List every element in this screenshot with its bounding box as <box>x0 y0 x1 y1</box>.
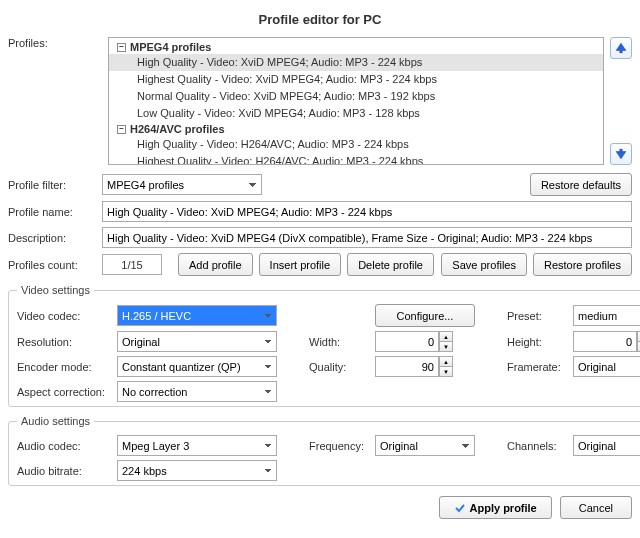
encoder-mode-select[interactable]: Constant quantizer (QP) <box>117 356 277 377</box>
resolution-label: Resolution: <box>17 336 111 348</box>
spin-up-icon[interactable]: ▲ <box>439 331 453 341</box>
width-stepper[interactable]: ▲▼ <box>375 331 475 352</box>
framerate-label: Framerate: <box>507 361 567 373</box>
insert-profile-button[interactable]: Insert profile <box>259 253 342 276</box>
profiles-tree[interactable]: − MPEG4 profiles High Quality - Video: X… <box>108 37 604 165</box>
spin-down-icon[interactable]: ▼ <box>439 366 453 377</box>
tree-item[interactable]: Highest Quality - Video: XviD MPEG4; Aud… <box>109 71 603 88</box>
video-settings-legend: Video settings <box>17 284 94 296</box>
tree-item[interactable]: Highest Quality - Video: H264/AVC; Audio… <box>109 153 603 165</box>
check-icon <box>454 502 466 514</box>
restore-defaults-button[interactable]: Restore defaults <box>530 173 632 196</box>
channels-select[interactable]: Original <box>573 435 640 456</box>
collapse-icon[interactable]: − <box>117 43 126 52</box>
frequency-select[interactable]: Original <box>375 435 475 456</box>
aspect-select[interactable]: No correction <box>117 381 277 402</box>
tree-group-h264[interactable]: − H264/AVC profiles <box>109 122 603 136</box>
aspect-label: Aspect correction: <box>17 386 111 398</box>
tree-item[interactable]: High Quality - Video: XviD MPEG4; Audio:… <box>109 54 603 71</box>
description-label: Description: <box>8 232 102 244</box>
description-input[interactable] <box>102 227 632 248</box>
tree-item[interactable]: High Quality - Video: H264/AVC; Audio: M… <box>109 136 603 153</box>
video-codec-label: Video codec: <box>17 310 111 322</box>
preset-label: Preset: <box>507 310 567 322</box>
quality-stepper[interactable]: ▲▼ <box>375 356 475 377</box>
audio-codec-label: Audio codec: <box>17 440 111 452</box>
spin-up-icon[interactable]: ▲ <box>439 356 453 366</box>
count-label: Profiles count: <box>8 259 102 271</box>
collapse-icon[interactable]: − <box>117 125 126 134</box>
profiles-count-display: 1/15 <box>102 254 162 275</box>
audio-codec-select[interactable]: Mpeg Layer 3 <box>117 435 277 456</box>
apply-profile-button[interactable]: Apply profile <box>439 496 552 519</box>
save-profiles-button[interactable]: Save profiles <box>441 253 527 276</box>
audio-bitrate-select[interactable]: 224 kbps <box>117 460 277 481</box>
resolution-select[interactable]: Original <box>117 331 277 352</box>
audio-bitrate-label: Audio bitrate: <box>17 465 111 477</box>
tree-item[interactable]: Low Quality - Video: XviD MPEG4; Audio: … <box>109 105 603 122</box>
audio-settings-group: Audio settings Audio codec: Mpeg Layer 3… <box>8 415 640 486</box>
spin-down-icon[interactable]: ▼ <box>439 341 453 352</box>
profile-filter-select[interactable]: MPEG4 profiles <box>102 174 262 195</box>
arrow-up-icon <box>615 42 627 54</box>
video-settings-group: Video settings Video codec: H.265 / HEVC… <box>8 284 640 407</box>
tree-group-mpeg4[interactable]: − MPEG4 profiles <box>109 40 603 54</box>
delete-profile-button[interactable]: Delete profile <box>347 253 434 276</box>
restore-profiles-button[interactable]: Restore profiles <box>533 253 632 276</box>
channels-label: Channels: <box>507 440 567 452</box>
height-stepper[interactable]: ▲▼ <box>573 331 640 352</box>
filter-label: Profile filter: <box>8 179 102 191</box>
add-profile-button[interactable]: Add profile <box>178 253 253 276</box>
frequency-label: Frequency: <box>309 440 369 452</box>
page-title: Profile editor for PC <box>8 12 632 27</box>
framerate-select[interactable]: Original <box>573 356 640 377</box>
video-codec-select[interactable]: H.265 / HEVC <box>117 305 277 326</box>
encoder-mode-label: Encoder mode: <box>17 361 111 373</box>
height-label: Height: <box>507 336 567 348</box>
preset-select[interactable]: medium <box>573 305 640 326</box>
arrow-down-icon <box>615 148 627 160</box>
configure-button[interactable]: Configure... <box>375 304 475 327</box>
cancel-button[interactable]: Cancel <box>560 496 632 519</box>
quality-label: Quality: <box>309 361 369 373</box>
move-up-button[interactable] <box>610 37 632 59</box>
width-label: Width: <box>309 336 369 348</box>
name-label: Profile name: <box>8 206 102 218</box>
audio-settings-legend: Audio settings <box>17 415 94 427</box>
move-down-button[interactable] <box>610 143 632 165</box>
profile-name-input[interactable] <box>102 201 632 222</box>
profiles-label: Profiles: <box>8 37 102 165</box>
tree-item[interactable]: Normal Quality - Video: XviD MPEG4; Audi… <box>109 88 603 105</box>
